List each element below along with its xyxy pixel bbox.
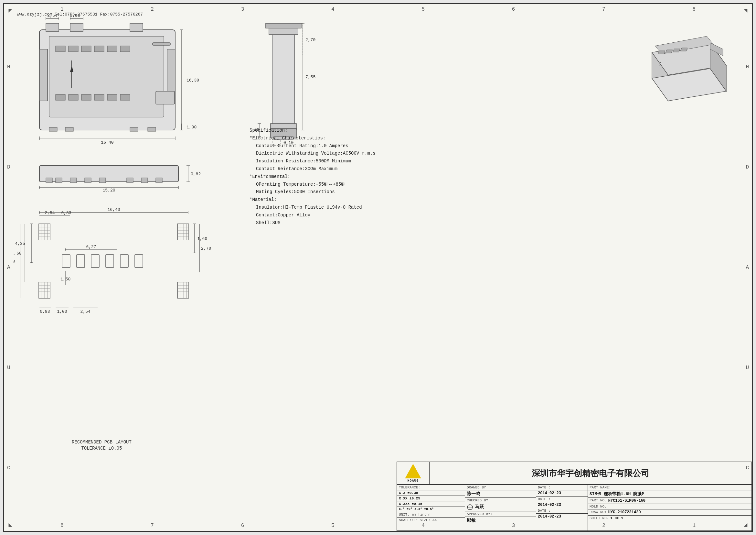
specification-area: Specification: *Electrical Characteristi…	[250, 127, 476, 227]
checked-by-row: CHECKED BY:	[465, 498, 536, 503]
svg-rect-15	[107, 95, 117, 100]
svg-rect-11	[56, 95, 65, 100]
pcb-layout-label: RECOMMENDED PCB LAYOUT TOLERANCE ±0.05	[72, 439, 132, 451]
drawn-by-value: 陈一鸣	[465, 491, 536, 498]
svg-rect-10	[120, 46, 130, 52]
svg-rect-8	[94, 46, 104, 52]
svg-text:6,27: 6,27	[86, 244, 96, 249]
corner-bl-arrow: ◣	[6, 520, 15, 529]
date-header3: DATE :	[536, 508, 588, 514]
svg-rect-99	[39, 224, 50, 240]
grid-letters-left: HDAUC	[7, 17, 10, 518]
svg-rect-23	[49, 127, 57, 131]
svg-rect-68	[658, 51, 665, 54]
iso-drawing: ↑	[626, 20, 736, 111]
grid-letters-right: HDAUC	[746, 17, 749, 518]
scale-size-row: SCALE:1:1 SIZE: A4	[397, 518, 465, 523]
tolerance-angle: X.° ±2° X.X° ±0.5°	[397, 507, 465, 512]
svg-rect-77	[70, 178, 77, 183]
svg-rect-47	[266, 23, 301, 28]
drawn-date: 2014-02-23	[536, 491, 588, 496]
svg-rect-131	[62, 255, 70, 268]
svg-text:1,00: 1,00	[57, 309, 67, 314]
svg-rect-78	[85, 178, 91, 183]
title-data: TOLERANCE: X.X ±0.30 X.XX ±0.25 X.XXX ±0…	[397, 485, 751, 530]
title-top: HOAUG 深圳市华宇创精密电子有限公司	[397, 462, 751, 485]
svg-rect-5	[56, 46, 65, 52]
svg-rect-123	[177, 282, 189, 298]
logo-text: HOAUG	[407, 479, 418, 483]
svg-rect-24	[65, 127, 73, 131]
svg-text:16,30: 16,30	[186, 78, 199, 83]
approved-date: 2014-02-23	[536, 514, 588, 520]
tolerance-header: TOLERANCE:	[397, 485, 465, 491]
draw-no-row: DRAW NO: HYC-2107231430	[588, 509, 751, 516]
checked-date: 2014-02-23	[536, 502, 588, 508]
svg-text:1,60: 1,60	[197, 237, 207, 241]
svg-rect-82	[156, 178, 162, 183]
svg-rect-13	[81, 95, 91, 100]
svg-rect-69	[665, 50, 673, 53]
svg-rect-71	[680, 48, 688, 51]
svg-text:2,54: 2,54	[47, 13, 57, 18]
svg-text:15,20: 15,20	[102, 188, 115, 191]
svg-text:2,70: 2,70	[306, 38, 315, 42]
approved-by-value: 邱敏	[465, 517, 536, 524]
checked-by-value: 马跃	[465, 503, 536, 511]
svg-text:2,54: 2,54	[80, 309, 90, 314]
svg-rect-20	[40, 49, 47, 101]
svg-text:0,83: 0,83	[61, 211, 71, 215]
tolerance-col: TOLERANCE: X.X ±0.30 X.XX ±0.25 X.XXX ±0…	[397, 485, 465, 530]
tolerance-xxxx: X.XXX ±0.15	[397, 501, 465, 507]
svg-rect-14	[94, 95, 104, 100]
page: ◤ ◥ ◣ ◢ 12345678 87654321 HDAUC HDAUC ww…	[3, 3, 753, 532]
svg-rect-7	[81, 46, 91, 52]
svg-rect-134	[106, 255, 114, 268]
svg-rect-12	[68, 95, 78, 100]
svg-rect-79	[99, 178, 106, 183]
drawn-by-row: DRAWED BY :	[465, 485, 536, 491]
mold-no-row: MOLD NO.	[588, 504, 751, 509]
svg-text:13,60: 13,60	[14, 259, 15, 264]
svg-rect-9	[107, 46, 117, 52]
svg-rect-135	[120, 255, 128, 268]
tolerance-xxx: X.XX ±0.25	[397, 496, 465, 501]
main-top-drawing: 5,08 2,54 16,30 1,00 16,40	[14, 4, 233, 153]
svg-text:7,55: 7,55	[306, 75, 315, 80]
company-name: 深圳市华宇创精密电子有限公司	[430, 462, 751, 484]
svg-rect-17	[152, 43, 170, 45]
svg-text:1,50: 1,50	[61, 277, 70, 282]
svg-text:5,08: 5,08	[70, 13, 80, 18]
part-info-col: PART NAME: SIM卡 连桥带档1.6H 防溅P PART NO. HY…	[588, 485, 751, 530]
svg-text:16,40: 16,40	[107, 207, 120, 212]
part-name-value: SIM卡 连桥带档1.6H 防溅P	[588, 491, 751, 498]
svg-text:16,40: 16,40	[101, 140, 114, 145]
unit-row: UNIT: mm [inch]	[397, 512, 465, 518]
svg-text:2,54: 2,54	[44, 211, 55, 215]
svg-text:0,83: 0,83	[40, 309, 50, 314]
svg-rect-1	[46, 23, 59, 31]
svg-rect-107	[39, 282, 50, 298]
svg-rect-6	[68, 46, 78, 52]
svg-rect-81	[141, 178, 148, 183]
svg-text:1,00: 1,00	[186, 125, 197, 130]
company-logo: HOAUG	[397, 462, 430, 484]
strip-drawing: 15,20 0,82	[14, 159, 233, 191]
part-name-row: PART NAME:	[588, 485, 751, 491]
svg-rect-45	[272, 33, 295, 127]
svg-text:12,60: 12,60	[14, 251, 22, 256]
svg-rect-70	[673, 49, 680, 52]
sheet-no-row: SHEET NO. 1 OF 1	[588, 516, 751, 521]
svg-rect-133	[91, 255, 99, 268]
svg-rect-2	[70, 23, 83, 31]
title-block: HOAUG 深圳市华宇创精密电子有限公司 TOLERANCE: X.X ±0.3…	[396, 462, 752, 531]
svg-rect-132	[77, 255, 85, 268]
svg-rect-136	[135, 255, 143, 268]
svg-rect-76	[56, 178, 62, 183]
corner-tr-arrow: ◥	[741, 6, 750, 15]
date-header2: DATE :	[536, 496, 588, 502]
logo-triangle	[405, 464, 421, 478]
pcb-drawing: 16,40 2,54 0,83	[14, 205, 233, 327]
svg-rect-22	[156, 91, 175, 104]
svg-rect-26	[148, 127, 156, 131]
